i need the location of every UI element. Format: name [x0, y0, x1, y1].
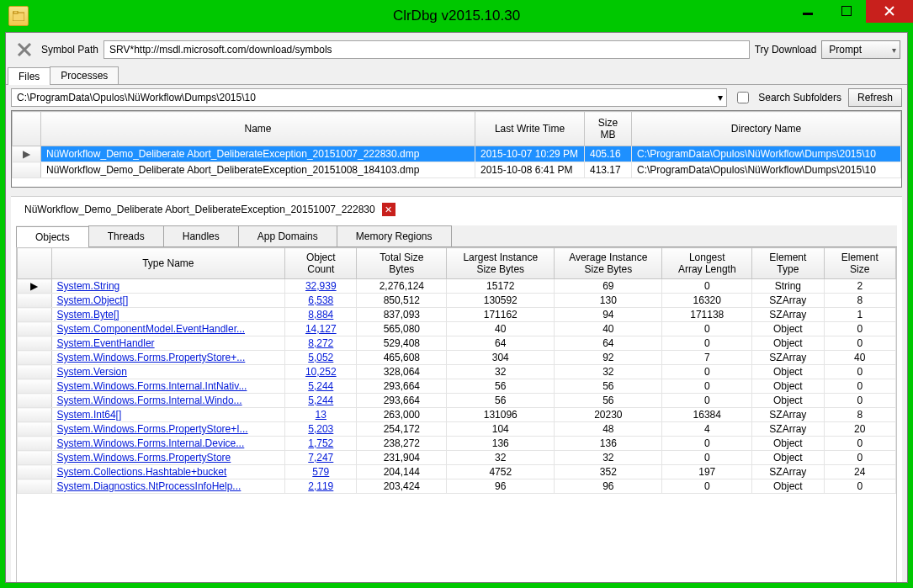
obj-cell-etype: SZArray — [752, 465, 824, 479]
download-mode-combo[interactable]: Prompt ▾ — [821, 40, 900, 59]
obj-cell-esize: 0 — [824, 394, 895, 408]
path-combo[interactable]: C:\ProgramData\Opulos\NüWorkflow\Dumps\2… — [11, 88, 727, 107]
type-link[interactable]: System.Windows.Forms.Internal.IntNativ..… — [57, 380, 247, 392]
count-link[interactable]: 10,252 — [305, 366, 337, 378]
maximize-button[interactable] — [827, 0, 866, 23]
obj-cell-type: System.Windows.Forms.PropertyStore+... — [51, 351, 285, 365]
obj-cell-type: System.Byte[] — [51, 308, 285, 322]
obj-col-etype[interactable]: ElementType — [752, 248, 824, 279]
obj-col-esize[interactable]: ElementSize — [824, 248, 895, 279]
file-col-size[interactable]: SizeMB — [585, 112, 632, 146]
count-link[interactable]: 5,244 — [308, 395, 333, 406]
type-link[interactable]: System.Version — [57, 366, 127, 378]
file-col-name[interactable]: Name — [41, 112, 475, 146]
subtab-appdomains[interactable]: App Domains — [238, 225, 337, 246]
type-link[interactable]: System.Object[] — [57, 294, 129, 306]
file-cell-lwt: 2015-10-07 10:29 PM — [475, 146, 585, 162]
object-row[interactable]: ▶System.String32,9392,276,12415172690Str… — [18, 279, 896, 294]
count-link[interactable]: 7,247 — [308, 452, 333, 464]
obj-cell-count: 32,939 — [285, 279, 357, 294]
file-col-dir[interactable]: Directory Name — [632, 112, 901, 146]
subtab-objects[interactable]: Objects — [16, 226, 89, 247]
object-row[interactable]: System.EventHandler8,272529,40864640Obje… — [18, 336, 896, 351]
count-link[interactable]: 32,939 — [305, 280, 337, 292]
search-subfolders-checkbox[interactable] — [737, 92, 749, 103]
tab-processes[interactable]: Processes — [50, 66, 119, 84]
row-indicator: ▶ — [18, 279, 52, 294]
clear-symbol-icon[interactable] — [13, 38, 36, 61]
count-link[interactable]: 579 — [312, 466, 329, 478]
obj-col-longest[interactable]: LongestArray Length — [662, 248, 752, 279]
object-row[interactable]: System.Windows.Forms.PropertyStore+...5,… — [18, 351, 896, 365]
object-row[interactable]: System.ComponentModel.EventHandler...14,… — [18, 322, 896, 336]
count-link[interactable]: 8,884 — [308, 309, 333, 320]
object-row[interactable]: System.Int64[]13263,0001310962023016384S… — [18, 408, 896, 422]
obj-cell-count: 5,244 — [285, 394, 357, 408]
obj-cell-largest: 96 — [447, 479, 555, 494]
file-row[interactable]: NüWorkflow_Demo_Deliberate Abort_Deliber… — [13, 162, 901, 178]
obj-col-largest[interactable]: Largest InstanceSize Bytes — [447, 248, 555, 279]
obj-cell-longest: 4 — [662, 422, 752, 437]
obj-cell-count: 2,119 — [285, 479, 357, 494]
obj-cell-count: 5,203 — [285, 422, 357, 437]
subtab-threads[interactable]: Threads — [88, 225, 164, 246]
object-row[interactable]: System.Byte[]8,884837,09317116294171138S… — [18, 308, 896, 322]
obj-cell-type: System.Windows.Forms.Internal.IntNativ..… — [51, 379, 285, 394]
rowheader-corner[interactable] — [13, 112, 41, 146]
tab-files[interactable]: Files — [8, 67, 50, 85]
subtab-handles[interactable]: Handles — [163, 225, 239, 246]
symbol-path-input[interactable] — [104, 40, 750, 59]
object-row[interactable]: System.Windows.Forms.Internal.Device...1… — [18, 437, 896, 451]
svg-rect-2 — [803, 13, 813, 15]
count-link[interactable]: 14,127 — [305, 323, 337, 335]
count-link[interactable]: 1,752 — [308, 437, 333, 449]
subtab-memoryregions[interactable]: Memory Regions — [337, 225, 452, 246]
obj-rowheader-corner[interactable] — [18, 248, 52, 279]
count-link[interactable]: 5,244 — [308, 380, 333, 392]
detail-tab[interactable]: NüWorkflow_Demo_Deliberate Abort_Deliber… — [16, 200, 404, 220]
type-link[interactable]: System.Byte[] — [57, 309, 119, 320]
object-row[interactable]: System.Windows.Forms.PropertyStore+I...5… — [18, 422, 896, 437]
count-link[interactable]: 6,538 — [308, 294, 333, 306]
type-link[interactable]: System.Windows.Forms.PropertyStore+I... — [57, 423, 248, 435]
type-link[interactable]: System.Windows.Forms.Internal.Device... — [57, 437, 245, 449]
type-link[interactable]: System.Collections.Hashtable+bucket — [57, 466, 227, 478]
type-link[interactable]: System.Windows.Forms.PropertyStore — [57, 452, 231, 464]
refresh-button[interactable]: Refresh — [848, 88, 902, 107]
minimize-button[interactable] — [788, 0, 827, 23]
count-link[interactable]: 2,119 — [308, 480, 333, 492]
obj-cell-largest: 56 — [447, 379, 555, 394]
obj-col-totalsize[interactable]: Total SizeBytes — [357, 248, 447, 279]
detail-tab-close-icon[interactable]: ✕ — [382, 203, 395, 216]
object-row[interactable]: System.Windows.Forms.Internal.IntNativ..… — [18, 379, 896, 394]
obj-cell-esize: 0 — [824, 365, 895, 379]
file-row[interactable]: ▶NüWorkflow_Demo_Deliberate Abort_Delibe… — [13, 146, 901, 162]
object-row[interactable]: System.Version10,252328,06432320Object0 — [18, 365, 896, 379]
count-link[interactable]: 8,272 — [308, 337, 333, 349]
type-link[interactable]: System.String — [57, 280, 120, 292]
object-row[interactable]: System.Windows.Forms.Internal.Windo...5,… — [18, 394, 896, 408]
type-link[interactable]: System.EventHandler — [57, 337, 155, 349]
type-link[interactable]: System.Windows.Forms.Internal.Windo... — [57, 395, 242, 406]
type-link[interactable]: System.Diagnostics.NtProcessInfoHelp... — [57, 480, 242, 492]
file-cell-size: 413.17 — [585, 162, 632, 178]
count-link[interactable]: 5,203 — [308, 423, 333, 435]
obj-col-avg[interactable]: Average InstanceSize Bytes — [555, 248, 662, 279]
type-link[interactable]: System.ComponentModel.EventHandler... — [57, 323, 245, 335]
count-link[interactable]: 13 — [316, 409, 326, 421]
title-bar[interactable]: ClrDbg v2015.10.30 — [5, 0, 908, 32]
object-row[interactable]: System.Windows.Forms.PropertyStore7,2472… — [18, 451, 896, 465]
obj-col-typename[interactable]: Type Name — [51, 248, 285, 279]
object-row[interactable]: System.Diagnostics.NtProcessInfoHelp...2… — [18, 479, 896, 494]
obj-cell-total: 204,144 — [357, 465, 447, 479]
count-link[interactable]: 5,052 — [308, 352, 333, 363]
try-download-button[interactable]: Try Download — [755, 44, 817, 56]
type-link[interactable]: System.Int64[] — [57, 409, 122, 421]
close-button[interactable] — [866, 0, 913, 23]
object-row[interactable]: System.Collections.Hashtable+bucket57920… — [18, 465, 896, 479]
object-grid-scroll[interactable]: Type Name ObjectCount Total SizeBytes La… — [17, 247, 896, 582]
obj-col-count[interactable]: ObjectCount — [285, 248, 357, 279]
object-row[interactable]: System.Object[]6,538850,5121305921301632… — [18, 294, 896, 308]
type-link[interactable]: System.Windows.Forms.PropertyStore+... — [57, 352, 246, 363]
file-col-lastwrite[interactable]: Last Write Time — [475, 112, 585, 146]
